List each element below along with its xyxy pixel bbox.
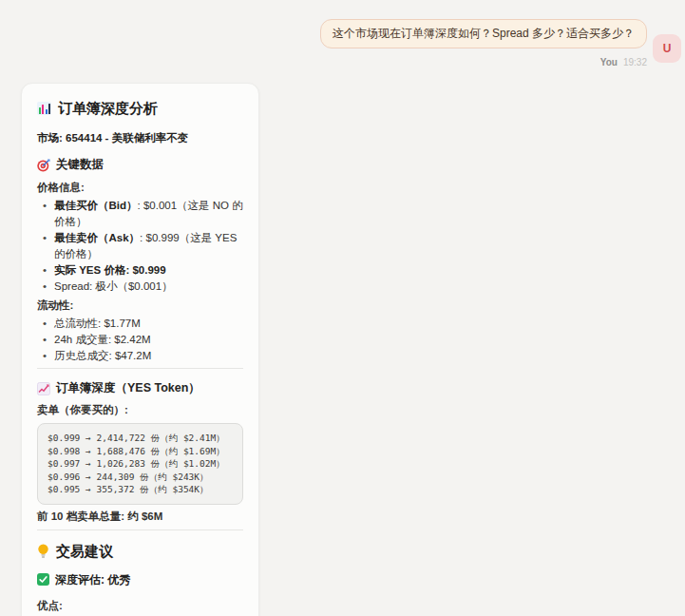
user-avatar[interactable]: U: [653, 34, 681, 63]
list-item: 最佳卖价（Ask）: $0.999（这是 YES 的价格）: [43, 230, 243, 262]
orderbook-heading-row: 订单簿深度（YES Token）: [37, 380, 243, 396]
sender-name: You: [600, 57, 618, 67]
orderbook-code-block: $0.999 → 2,414,722 份（约 $2.41M）$0.998 → 1…: [37, 423, 243, 505]
key-data-heading-row: 关键数据: [37, 157, 243, 173]
orderbook-line: $0.996 → 244,309 份（约 $243K）: [48, 471, 233, 484]
key-data-heading: 关键数据: [56, 157, 104, 173]
total-label: 前 10 档卖单总量: 约 $6M: [37, 510, 243, 524]
market-line: 市场: 654414 - 美联储利率不变: [37, 131, 243, 145]
list-item: 实际 YES 价格: $0.999: [43, 262, 243, 279]
divider: [37, 529, 243, 530]
orderbook-line: $0.998 → 1,688,476 份（约 $1.69M）: [48, 445, 233, 458]
list-item: 最佳买价（Bid）: $0.001（这是 NO 的价格）: [43, 198, 243, 230]
target-icon: [37, 159, 50, 172]
lightbulb-icon: [37, 544, 49, 559]
chart-up-icon: [37, 382, 50, 395]
orderbook-line: $0.999 → 2,414,722 份（约 $2.41M）: [48, 432, 233, 445]
list-item: 总流动性: $1.77M: [43, 316, 243, 332]
liquidity-label: 流动性:: [37, 298, 243, 313]
pros-label: 优点:: [37, 599, 243, 613]
user-message-row: 这个市场现在订单簿深度如何？Spread 多少？适合买多少？ You19:32: [320, 19, 647, 67]
report-title-row: 订单簿深度分析: [37, 99, 243, 118]
message-time: 19:32: [623, 57, 647, 67]
report-title: 订单簿深度分析: [58, 99, 158, 118]
market-value: 654414 - 美联储利率不变: [66, 132, 188, 144]
sell-orders-label: 卖单（你要买的）:: [37, 403, 243, 417]
bar-chart-icon: [37, 102, 51, 115]
advice-heading-row: 交易建议: [37, 542, 243, 561]
list-item: Spread: 极小（$0.001）: [43, 279, 243, 295]
assessment-row: 深度评估: 优秀: [37, 572, 243, 587]
advice-heading: 交易建议: [56, 542, 113, 561]
message-meta: You19:32: [320, 57, 647, 67]
list-item: 历史总成交: $47.2M: [43, 348, 243, 364]
price-info-label: 价格信息:: [37, 181, 243, 195]
orderbook-heading: 订单簿深度（YES Token）: [56, 380, 200, 396]
price-bullet-list: 最佳买价（Bid）: $0.001（这是 NO 的价格） 最佳卖价（Ask）: …: [37, 198, 243, 295]
liquidity-bullet-list: 总流动性: $1.77M 24h 成交量: $2.42M 历史总成交: $47.…: [37, 316, 243, 364]
user-message-bubble: 这个市场现在订单簿深度如何？Spread 多少？适合买多少？: [320, 19, 647, 48]
assessment-text: 深度评估: 优秀: [55, 572, 130, 587]
user-message-text: 这个市场现在订单簿深度如何？Spread 多少？适合买多少？: [333, 27, 635, 40]
list-item: 24h 成交量: $2.42M: [43, 332, 243, 348]
orderbook-analysis-card: 订单簿深度分析 市场: 654414 - 美联储利率不变 关键数据 价格信息: …: [21, 83, 259, 616]
market-label: 市场:: [37, 132, 63, 144]
check-icon: [37, 573, 49, 586]
orderbook-line: $0.995 → 355,372 份（约 $354K）: [48, 483, 233, 496]
divider: [37, 368, 243, 369]
orderbook-line: $0.997 → 1,026,283 份（约 $1.02M）: [48, 457, 233, 471]
